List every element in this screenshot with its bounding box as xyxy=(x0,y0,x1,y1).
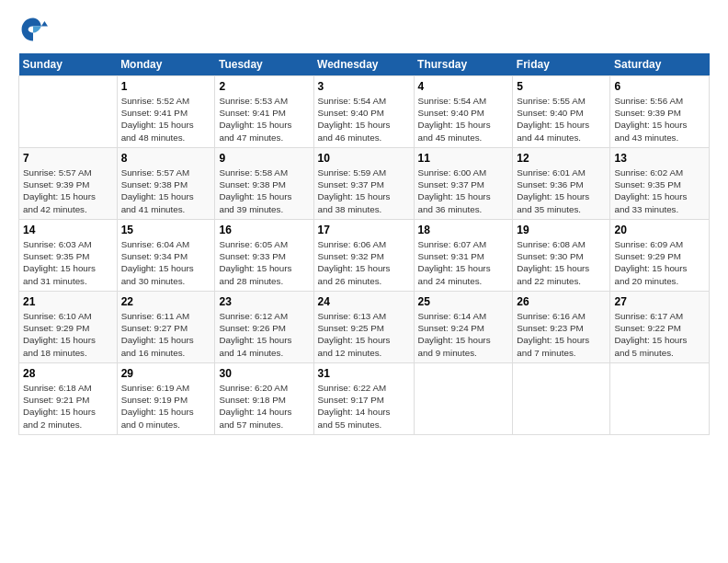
page-container: SundayMondayTuesdayWednesdayThursdayFrid… xyxy=(0,0,728,444)
weekday-header: Monday xyxy=(117,53,215,76)
calendar-cell: 1Sunrise: 5:52 AM Sunset: 9:41 PM Daylig… xyxy=(117,76,215,148)
logo xyxy=(18,15,51,44)
weekday-header: Tuesday xyxy=(215,53,313,76)
day-info: Sunrise: 5:54 AM Sunset: 9:40 PM Dayligh… xyxy=(418,95,509,144)
day-number: 24 xyxy=(318,295,410,308)
calendar-cell: 5Sunrise: 5:55 AM Sunset: 9:40 PM Daylig… xyxy=(513,76,610,148)
day-info: Sunrise: 6:11 AM Sunset: 9:27 PM Dayligh… xyxy=(121,310,211,359)
day-number: 3 xyxy=(318,80,410,93)
day-info: Sunrise: 6:06 AM Sunset: 9:32 PM Dayligh… xyxy=(318,238,410,287)
calendar-cell: 20Sunrise: 6:09 AM Sunset: 9:29 PM Dayli… xyxy=(610,220,710,292)
calendar-week-row: 1Sunrise: 5:52 AM Sunset: 9:41 PM Daylig… xyxy=(19,76,710,148)
day-info: Sunrise: 5:59 AM Sunset: 9:37 PM Dayligh… xyxy=(318,167,410,215)
day-number: 11 xyxy=(418,152,509,165)
calendar-cell: 31Sunrise: 6:22 AM Sunset: 9:17 PM Dayli… xyxy=(313,363,414,435)
day-number: 6 xyxy=(614,80,705,93)
day-number: 10 xyxy=(318,152,410,165)
calendar-cell: 8Sunrise: 5:57 AM Sunset: 9:38 PM Daylig… xyxy=(117,148,215,220)
day-info: Sunrise: 6:09 AM Sunset: 9:29 PM Dayligh… xyxy=(614,238,705,287)
day-info: Sunrise: 5:55 AM Sunset: 9:40 PM Dayligh… xyxy=(517,95,606,144)
day-info: Sunrise: 6:19 AM Sunset: 9:19 PM Dayligh… xyxy=(121,382,211,431)
day-info: Sunrise: 6:17 AM Sunset: 9:22 PM Dayligh… xyxy=(614,310,705,359)
header xyxy=(18,15,710,44)
calendar-cell: 21Sunrise: 6:10 AM Sunset: 9:29 PM Dayli… xyxy=(19,292,118,363)
weekday-header-row: SundayMondayTuesdayWednesdayThursdayFrid… xyxy=(19,53,710,76)
calendar-week-row: 14Sunrise: 6:03 AM Sunset: 9:35 PM Dayli… xyxy=(19,220,710,292)
day-info: Sunrise: 5:56 AM Sunset: 9:39 PM Dayligh… xyxy=(614,95,705,144)
day-number: 18 xyxy=(418,224,509,236)
calendar-cell: 3Sunrise: 5:54 AM Sunset: 9:40 PM Daylig… xyxy=(313,76,414,148)
day-info: Sunrise: 6:20 AM Sunset: 9:18 PM Dayligh… xyxy=(219,382,309,431)
day-number: 17 xyxy=(318,224,410,236)
calendar-cell: 24Sunrise: 6:13 AM Sunset: 9:25 PM Dayli… xyxy=(313,292,414,363)
calendar-cell: 23Sunrise: 6:12 AM Sunset: 9:26 PM Dayli… xyxy=(215,292,313,363)
logo-icon xyxy=(18,15,48,44)
day-number: 27 xyxy=(614,295,705,308)
calendar-cell: 30Sunrise: 6:20 AM Sunset: 9:18 PM Dayli… xyxy=(215,363,313,435)
calendar-cell xyxy=(414,363,513,435)
weekday-header: Saturday xyxy=(610,53,710,76)
calendar-cell: 15Sunrise: 6:04 AM Sunset: 9:34 PM Dayli… xyxy=(117,220,215,292)
calendar-cell: 27Sunrise: 6:17 AM Sunset: 9:22 PM Dayli… xyxy=(610,292,710,363)
day-info: Sunrise: 6:18 AM Sunset: 9:21 PM Dayligh… xyxy=(23,382,113,431)
svg-marker-0 xyxy=(41,21,48,26)
day-number: 23 xyxy=(219,295,309,308)
day-number: 12 xyxy=(517,152,606,165)
calendar-cell: 9Sunrise: 5:58 AM Sunset: 9:38 PM Daylig… xyxy=(215,148,313,220)
day-number: 21 xyxy=(23,295,113,308)
day-info: Sunrise: 6:16 AM Sunset: 9:23 PM Dayligh… xyxy=(517,310,606,359)
day-info: Sunrise: 5:53 AM Sunset: 9:41 PM Dayligh… xyxy=(219,95,309,144)
calendar-week-row: 21Sunrise: 6:10 AM Sunset: 9:29 PM Dayli… xyxy=(19,292,710,363)
calendar-cell: 25Sunrise: 6:14 AM Sunset: 9:24 PM Dayli… xyxy=(414,292,513,363)
day-info: Sunrise: 6:05 AM Sunset: 9:33 PM Dayligh… xyxy=(219,238,309,287)
calendar-cell: 11Sunrise: 6:00 AM Sunset: 9:37 PM Dayli… xyxy=(414,148,513,220)
day-number: 1 xyxy=(121,80,211,93)
day-info: Sunrise: 6:02 AM Sunset: 9:35 PM Dayligh… xyxy=(614,167,705,215)
day-info: Sunrise: 6:10 AM Sunset: 9:29 PM Dayligh… xyxy=(23,310,113,359)
calendar-cell: 19Sunrise: 6:08 AM Sunset: 9:30 PM Dayli… xyxy=(513,220,610,292)
day-number: 8 xyxy=(121,152,211,165)
calendar-cell: 17Sunrise: 6:06 AM Sunset: 9:32 PM Dayli… xyxy=(313,220,414,292)
calendar-cell: 2Sunrise: 5:53 AM Sunset: 9:41 PM Daylig… xyxy=(215,76,313,148)
day-number: 13 xyxy=(614,152,705,165)
day-info: Sunrise: 6:07 AM Sunset: 9:31 PM Dayligh… xyxy=(418,238,509,287)
day-number: 15 xyxy=(121,224,211,236)
day-info: Sunrise: 6:01 AM Sunset: 9:36 PM Dayligh… xyxy=(517,167,606,215)
day-info: Sunrise: 5:57 AM Sunset: 9:38 PM Dayligh… xyxy=(121,167,211,215)
weekday-header: Thursday xyxy=(414,53,513,76)
day-info: Sunrise: 6:14 AM Sunset: 9:24 PM Dayligh… xyxy=(418,310,509,359)
day-number: 25 xyxy=(418,295,509,308)
calendar-cell: 12Sunrise: 6:01 AM Sunset: 9:36 PM Dayli… xyxy=(513,148,610,220)
weekday-header: Friday xyxy=(513,53,610,76)
day-number: 14 xyxy=(23,224,113,236)
day-info: Sunrise: 6:08 AM Sunset: 9:30 PM Dayligh… xyxy=(517,238,606,287)
day-info: Sunrise: 6:22 AM Sunset: 9:17 PM Dayligh… xyxy=(318,382,410,431)
day-info: Sunrise: 5:54 AM Sunset: 9:40 PM Dayligh… xyxy=(318,95,410,144)
day-number: 2 xyxy=(219,80,309,93)
calendar-cell: 26Sunrise: 6:16 AM Sunset: 9:23 PM Dayli… xyxy=(513,292,610,363)
day-number: 31 xyxy=(318,367,410,380)
calendar-cell: 6Sunrise: 5:56 AM Sunset: 9:39 PM Daylig… xyxy=(610,76,710,148)
day-number: 28 xyxy=(23,367,113,380)
day-info: Sunrise: 5:57 AM Sunset: 9:39 PM Dayligh… xyxy=(23,167,113,215)
calendar-cell xyxy=(513,363,610,435)
calendar-cell: 10Sunrise: 5:59 AM Sunset: 9:37 PM Dayli… xyxy=(313,148,414,220)
calendar-cell: 13Sunrise: 6:02 AM Sunset: 9:35 PM Dayli… xyxy=(610,148,710,220)
day-info: Sunrise: 6:13 AM Sunset: 9:25 PM Dayligh… xyxy=(318,310,410,359)
day-number: 19 xyxy=(517,224,606,236)
calendar-cell: 18Sunrise: 6:07 AM Sunset: 9:31 PM Dayli… xyxy=(414,220,513,292)
day-info: Sunrise: 6:12 AM Sunset: 9:26 PM Dayligh… xyxy=(219,310,309,359)
weekday-header: Sunday xyxy=(19,53,118,76)
day-info: Sunrise: 6:03 AM Sunset: 9:35 PM Dayligh… xyxy=(23,238,113,287)
day-number: 16 xyxy=(219,224,309,236)
day-number: 5 xyxy=(517,80,606,93)
calendar-cell: 29Sunrise: 6:19 AM Sunset: 9:19 PM Dayli… xyxy=(117,363,215,435)
day-number: 4 xyxy=(418,80,509,93)
calendar-table: SundayMondayTuesdayWednesdayThursdayFrid… xyxy=(18,53,710,435)
calendar-cell xyxy=(19,76,118,148)
day-info: Sunrise: 5:52 AM Sunset: 9:41 PM Dayligh… xyxy=(121,95,211,144)
day-number: 7 xyxy=(23,152,113,165)
day-number: 29 xyxy=(121,367,211,380)
day-number: 30 xyxy=(219,367,309,380)
day-number: 22 xyxy=(121,295,211,308)
